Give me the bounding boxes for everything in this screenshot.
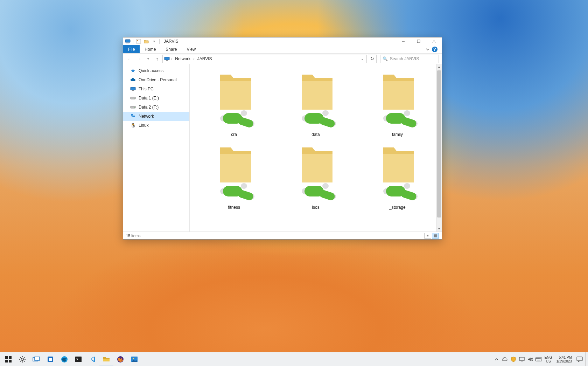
ribbon-tab-home[interactable]: Home xyxy=(140,45,161,53)
large-icons-view-button[interactable]: ▦ xyxy=(432,233,439,239)
separator xyxy=(159,39,160,44)
folder-isos[interactable]: isos xyxy=(275,140,356,210)
window-controls xyxy=(396,37,442,45)
language-indicator[interactable]: ENG US xyxy=(543,355,554,363)
folder-cra[interactable]: cra xyxy=(193,68,275,137)
window-title: JARVIS xyxy=(164,39,178,44)
onedrive-tray-icon[interactable] xyxy=(501,352,509,366)
folder-label: family xyxy=(392,132,403,137)
svg-rect-50 xyxy=(5,360,8,362)
svg-rect-64 xyxy=(49,358,52,361)
nav-label: Data 1 (E:) xyxy=(139,96,159,101)
settings-button[interactable] xyxy=(15,352,29,366)
details-view-button[interactable]: ≡ xyxy=(424,233,431,239)
up-button[interactable]: ↑ xyxy=(153,55,161,63)
drive-icon xyxy=(130,95,136,101)
folder-family[interactable]: family xyxy=(357,68,438,137)
action-center-button[interactable] xyxy=(575,352,584,366)
svg-point-37 xyxy=(241,183,247,189)
taskbar-files-app[interactable] xyxy=(43,352,57,366)
security-tray-icon[interactable] xyxy=(510,352,517,366)
chevron-right-icon: › xyxy=(193,57,194,61)
qat-dropdown-icon[interactable]: ▾ xyxy=(151,39,157,44)
minimize-button[interactable] xyxy=(396,37,411,45)
ribbon-tab-share[interactable]: Share xyxy=(161,45,182,53)
forward-button[interactable]: → xyxy=(135,55,143,63)
svg-rect-16 xyxy=(131,114,133,116)
taskbar-firefox[interactable] xyxy=(113,352,127,366)
folder-view[interactable]: cra data family fitness isos xyxy=(190,64,442,232)
nav-drive-e[interactable]: Data 1 (E:) xyxy=(123,94,189,103)
nav-drive-f[interactable]: Data 2 (F:) xyxy=(123,103,189,112)
tray-overflow-icon[interactable] xyxy=(493,352,500,366)
svg-point-52 xyxy=(21,358,24,360)
ribbon-tab-file[interactable]: File xyxy=(123,45,140,53)
properties-icon[interactable] xyxy=(135,39,142,44)
svg-rect-31 xyxy=(400,116,418,129)
svg-line-57 xyxy=(20,357,21,358)
scroll-up-icon[interactable]: ▲ xyxy=(436,64,442,70)
folder-fitness[interactable]: fitness xyxy=(193,140,275,210)
svg-rect-9 xyxy=(166,60,168,61)
navigation-pane: Quick access OneDrive - Personal This PC… xyxy=(123,64,190,232)
pc-icon xyxy=(130,86,136,92)
taskbar-edge[interactable] xyxy=(57,352,71,366)
start-button[interactable] xyxy=(1,352,15,366)
crumb-network[interactable]: Network xyxy=(174,56,192,61)
display-tray-icon[interactable] xyxy=(518,352,526,366)
svg-rect-21 xyxy=(237,116,254,129)
taskbar-photos[interactable] xyxy=(127,352,141,366)
svg-line-60 xyxy=(24,357,24,358)
recent-dropdown[interactable]: ▾ xyxy=(144,55,152,63)
svg-point-15 xyxy=(134,107,135,108)
crumb-jarvis[interactable]: JARVIS xyxy=(196,56,214,61)
address-dropdown-icon[interactable]: ⌄ xyxy=(359,57,365,61)
taskbar-terminal[interactable]: >_ xyxy=(71,352,85,366)
volume-tray-icon[interactable] xyxy=(526,352,534,366)
cloud-icon xyxy=(130,77,136,83)
ribbon-tab-view[interactable]: View xyxy=(182,45,201,53)
maximize-button[interactable] xyxy=(411,37,426,45)
scroll-down-icon[interactable]: ▼ xyxy=(436,226,442,232)
chevron-right-icon: › xyxy=(171,57,172,61)
separator xyxy=(133,39,133,44)
clock[interactable]: 5:41 PM 1/19/2023 xyxy=(554,355,574,363)
nav-linux[interactable]: 🐧 Linux xyxy=(123,121,189,130)
svg-line-59 xyxy=(20,361,21,361)
svg-rect-51 xyxy=(9,360,12,362)
taskbar-vscode[interactable] xyxy=(85,352,99,366)
svg-rect-46 xyxy=(400,189,418,201)
nav-quick-access[interactable]: Quick access xyxy=(123,66,189,75)
svg-point-42 xyxy=(322,183,329,189)
folder-data[interactable]: data xyxy=(275,68,356,137)
show-desktop-button[interactable] xyxy=(585,352,587,366)
nav-label: This PC xyxy=(139,87,154,91)
ribbon-collapse-icon[interactable] xyxy=(426,47,430,51)
new-folder-icon[interactable] xyxy=(143,39,149,44)
nav-onedrive[interactable]: OneDrive - Personal xyxy=(123,75,189,84)
lang-secondary: US xyxy=(545,359,552,363)
lang-primary: ENG xyxy=(545,355,552,359)
svg-rect-3 xyxy=(137,40,138,41)
refresh-button[interactable]: ↻ xyxy=(368,55,377,63)
drive-icon xyxy=(130,104,136,110)
folder-label: _storage xyxy=(389,205,406,210)
nav-label: Data 2 (F:) xyxy=(139,105,159,110)
svg-rect-49 xyxy=(9,356,12,359)
nav-label: Network xyxy=(139,114,154,119)
keyboard-tray-icon[interactable] xyxy=(535,352,542,366)
task-view-button[interactable] xyxy=(29,352,43,366)
taskbar-file-explorer[interactable] xyxy=(99,352,113,366)
close-button[interactable] xyxy=(426,37,442,45)
search-input[interactable] xyxy=(390,56,436,61)
scroll-thumb[interactable] xyxy=(437,70,441,217)
search-box[interactable]: 🔍 xyxy=(380,55,439,63)
help-icon[interactable]: ? xyxy=(432,47,438,52)
vertical-scrollbar[interactable]: ▲ ▼ xyxy=(436,64,442,232)
folder-storage[interactable]: _storage xyxy=(357,140,438,210)
nav-network[interactable]: Network xyxy=(123,112,189,121)
breadcrumb[interactable]: › Network › JARVIS ⌄ xyxy=(162,55,367,63)
back-button[interactable]: ← xyxy=(126,55,134,63)
linux-icon: 🐧 xyxy=(130,123,136,128)
nav-this-pc[interactable]: This PC xyxy=(123,84,189,94)
